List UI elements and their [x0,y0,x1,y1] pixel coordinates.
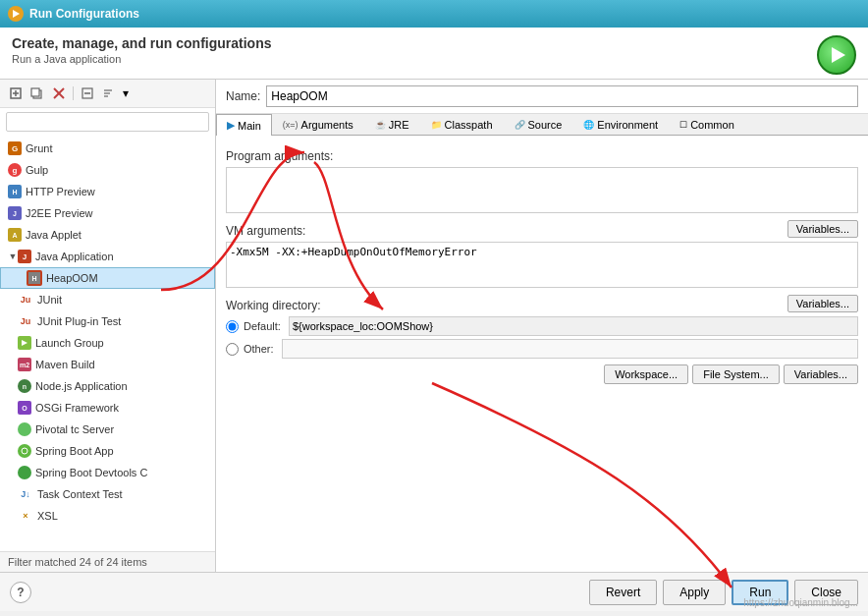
program-args-variables-button[interactable]: Variables... [787,220,858,238]
nodejs-icon: n [18,379,31,393]
name-row: Name: [216,80,868,114]
program-args-label: Program arguments: [226,149,858,163]
tab-arguments[interactable]: (x=) Arguments [272,114,364,135]
tree-item-heapoom[interactable]: H HeapOOM [0,267,215,289]
tab-label: Common [690,119,734,131]
tab-source[interactable]: 🔗 Source [504,114,573,135]
search-input[interactable] [6,112,209,132]
collapse-button[interactable] [78,84,97,103]
tree-item-applet[interactable]: A Java Applet [0,224,215,246]
dir-buttons: Workspace... File System... Variables... [226,364,858,384]
j2ee-icon: J [8,206,22,220]
revert-button[interactable]: Revert [589,580,657,605]
vm-args-textarea[interactable]: -Xmx5M -XX:+HeapDumpOnOutOfMemoryError [226,242,858,288]
tree-item-javaapp[interactable]: ▼ J Java Application [0,246,215,267]
tree-item-maven[interactable]: m2 Maven Build [0,354,215,375]
pivotal-icon [18,422,31,436]
vm-args-variables-button[interactable]: Variables... [787,295,858,312]
program-args-textarea[interactable] [226,167,858,213]
tree-item-label: HTTP Preview [26,186,95,197]
osgi-icon: O [18,401,31,415]
tree-item-task[interactable]: J↓ Task Context Test [0,483,215,505]
tree-item-junit[interactable]: Ju JUnit [0,289,215,310]
other-dir-input[interactable] [282,339,858,359]
gulp-icon: g [8,163,22,177]
header-run-button[interactable] [817,35,856,75]
args-icon: (x=) [283,120,298,130]
tree-item-nodejs[interactable]: n Node.js Application [0,375,215,397]
filesystem-button[interactable]: File System... [692,364,780,384]
default-radio-label[interactable]: Default: [244,320,281,332]
toolbar-dropdown[interactable]: ▾ [123,86,129,100]
svg-marker-13 [22,340,27,346]
tree-item-label: Java Application [35,251,114,262]
bottom-bar: ? Revert Apply Run Close [0,572,868,611]
name-label: Name: [226,89,260,103]
dir-variables-button[interactable]: Variables... [784,364,858,384]
title-bar-title: Run Configurations [29,7,139,21]
config-content: Program arguments: Variables... VM argum… [216,136,868,572]
jre-icon: ☕ [375,120,386,130]
tree-item-label: J2EE Preview [26,207,92,219]
other-radio[interactable] [226,343,239,356]
classpath-icon: 📁 [431,120,442,130]
tree-item-springboot[interactable]: Spring Boot App [0,440,215,462]
delete-config-button[interactable] [49,84,69,103]
other-radio-label[interactable]: Other: [244,343,274,355]
tab-jre[interactable]: ☕ JRE [364,114,420,135]
tree-item-gulp[interactable]: g Gulp [0,159,215,181]
tree-item-label: Task Context Test [37,488,123,500]
header-subtitle: Run a Java application [12,53,272,65]
copy-config-button[interactable] [27,84,47,103]
source-icon: 🔗 [515,120,525,130]
tree-item-label: Java Applet [26,229,81,241]
apply-button[interactable]: Apply [663,580,726,605]
tab-classpath[interactable]: 📁 Classpath [420,114,504,135]
vm-args-label: VM arguments: [226,224,858,238]
tree-item-xsl[interactable]: × XSL [0,505,215,527]
tree-item-osgi[interactable]: O OSGi Framework [0,397,215,419]
tree-item-label: Maven Build [35,359,95,370]
tree-item-label: OSGi Framework [35,402,119,414]
title-bar: Run Configurations [0,0,868,28]
tab-label: Environment [597,119,658,131]
tab-common[interactable]: ☐ Common [669,114,745,135]
watermark: https://zhuoqianmin.blog... [743,597,858,608]
tree-item-junitplugin[interactable]: Ju JUnit Plug-in Test [0,310,215,332]
header-title: Create, manage, and run configurations [12,35,272,51]
tree-item-j2ee[interactable]: J J2EE Preview [0,202,215,224]
tree-item-label: XSL [37,510,58,522]
launch-icon [18,336,31,350]
toolbar-separator [73,86,74,100]
working-dir-label: Working directory: [226,299,858,312]
grunt-icon: G [8,141,22,155]
run-icon [832,47,845,63]
default-dir-input[interactable] [289,316,858,336]
tab-label: Main [238,120,261,132]
tab-environment[interactable]: 🌐 Environment [572,114,669,135]
tabs: ▶ Main (x=) Arguments ☕ JRE 📁 Classpath … [216,114,868,136]
maven-icon: m2 [18,358,31,371]
tree-item-grunt[interactable]: G Grunt [0,138,215,159]
default-radio[interactable] [226,320,239,333]
springboot-icon [18,444,31,458]
svg-marker-0 [13,10,20,18]
common-icon: ☐ [679,120,687,130]
tree-item-pivotal[interactable]: Pivotal tc Server [0,419,215,440]
tree-item-label: Launch Group [35,337,104,349]
help-button[interactable]: ? [10,582,31,603]
svg-rect-5 [31,88,39,96]
header: Create, manage, and run configurations R… [0,28,868,80]
tree-item-launchgroup[interactable]: Launch Group [0,332,215,354]
environment-icon: 🌐 [583,120,594,130]
new-config-button[interactable] [6,84,26,103]
task-icon: J↓ [18,486,33,502]
tree-item-http[interactable]: H HTTP Preview [0,181,215,202]
name-input[interactable] [266,85,858,107]
applet-icon: A [8,228,22,242]
sort-button[interactable] [99,84,119,103]
tab-label: Classpath [445,119,493,131]
workspace-button[interactable]: Workspace... [604,364,688,384]
tree-item-springdev[interactable]: Spring Boot Devtools C [0,462,215,483]
tab-main[interactable]: ▶ Main [216,114,272,136]
